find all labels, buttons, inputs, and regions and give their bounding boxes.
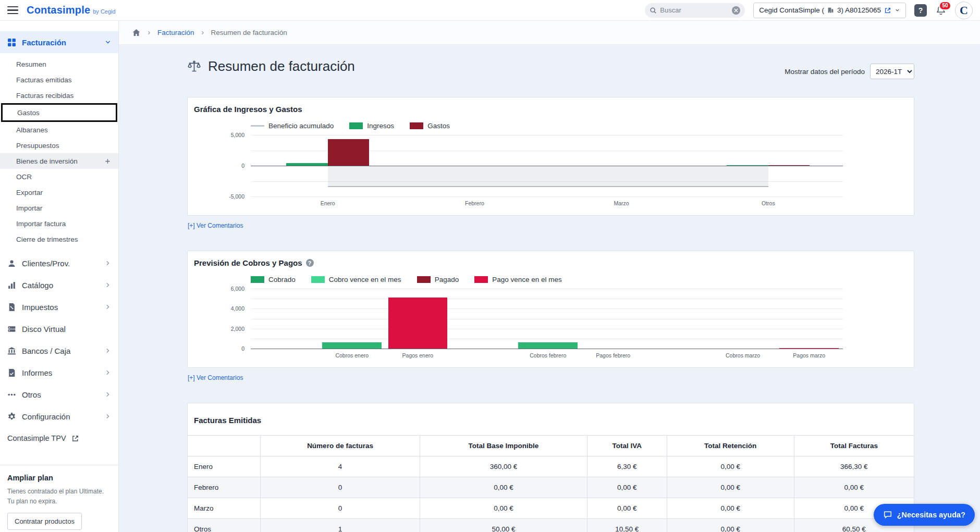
table-cell: 0 bbox=[260, 498, 420, 519]
search-icon bbox=[650, 7, 657, 14]
sidebar-item-facturacion[interactable]: Facturación bbox=[0, 31, 118, 53]
pago-vence-en-el-mes-bar-pagos-enero bbox=[388, 298, 448, 349]
cobro-vence-en-el-mes-bar-cobros-febrero bbox=[518, 342, 578, 349]
table-cell: 0,00 € bbox=[667, 498, 794, 519]
sidebar-item-clientes-prov[interactable]: Clientes/Prov. bbox=[0, 252, 118, 274]
sidebar-item-otros[interactable]: Otros bbox=[0, 383, 118, 405]
help-icon[interactable]: ? bbox=[914, 4, 927, 17]
ingresos-gastos-chart: 5,0000-5,000EneroFebreroMarzoOtros bbox=[194, 135, 908, 211]
plan-box: Ampliar plan Tienes contratado el plan U… bbox=[0, 465, 118, 532]
legend-item: Cobro vence en el mes bbox=[311, 276, 401, 283]
table-cell: 360,00 € bbox=[420, 456, 587, 477]
search-box[interactable] bbox=[645, 3, 745, 18]
sidebar-item-label: Otros bbox=[22, 390, 41, 399]
home-icon[interactable] bbox=[132, 28, 141, 37]
logo-text: Contasimple bbox=[27, 4, 90, 16]
cobro-vence-en-el-mes-bar-cobros-enero bbox=[322, 342, 382, 349]
company-selector[interactable]: Cegid ContaSimple ( 3) A80125065 bbox=[753, 3, 906, 18]
cobros-pagos-card: Previsión de Cobros y Pagos CobradoCobro… bbox=[187, 251, 914, 368]
sidebar-item-cierre-de-trimestres[interactable]: Cierre de trimestres bbox=[0, 231, 118, 247]
gridline bbox=[251, 308, 843, 309]
sidebar-item-presupuestos[interactable]: Presupuestos bbox=[0, 138, 118, 153]
x-axis-label: Marzo bbox=[614, 200, 629, 206]
sidebar-item-gastos[interactable]: Gastos bbox=[1, 103, 117, 122]
chevron-right-icon bbox=[105, 260, 111, 266]
column-header: Número de facturas bbox=[260, 436, 420, 456]
legend-item: Pago vence en el mes bbox=[474, 276, 562, 283]
sidebar-item-resumen[interactable]: Resumen bbox=[0, 56, 118, 72]
sidebar-item-configuracion[interactable]: Configuración bbox=[0, 405, 118, 427]
breadcrumb-facturacion[interactable]: Facturación bbox=[157, 29, 194, 36]
sidebar-item-bienes-de-inversion[interactable]: Bienes de inversión bbox=[0, 153, 118, 169]
chevron-right-icon bbox=[105, 391, 111, 398]
ver-comentarios-link[interactable]: [+] Ver Comentarios bbox=[188, 374, 243, 381]
chevron-right-icon bbox=[200, 30, 205, 35]
sidebar-item-label: Facturación bbox=[22, 38, 66, 47]
sidebar-item-ocr[interactable]: OCR bbox=[0, 169, 118, 184]
pago-vence-en-el-mes-bar-pagos-marzo bbox=[779, 348, 839, 349]
legend-item: Cobrado bbox=[251, 276, 296, 283]
avatar[interactable]: C bbox=[955, 2, 973, 19]
table-row: Otros150,00 €10,50 €0,00 €60,50 € bbox=[188, 519, 914, 532]
legend-item: Ingresos bbox=[349, 122, 394, 130]
breadcrumb-current: Resumen de facturación bbox=[211, 29, 287, 36]
ingresos-gastos-card: Gráfica de Ingresos y Gastos Beneficio a… bbox=[187, 97, 914, 216]
gear-icon bbox=[7, 412, 16, 421]
table-cell: 6,30 € bbox=[587, 456, 667, 477]
table-cell: 1 bbox=[260, 519, 420, 532]
main-content: Facturación Resumen de facturación Resum… bbox=[119, 21, 980, 532]
logo-suffix: by Cegid bbox=[93, 8, 115, 15]
plot-area: EneroFebreroMarzoOtros bbox=[251, 135, 843, 196]
sidebar-item-bancos-caja[interactable]: Bancos / Caja bbox=[0, 340, 118, 362]
contratar-productos-button[interactable]: Contratar productos bbox=[7, 513, 82, 530]
sidebar-item-catalogo[interactable]: Catálogo bbox=[0, 274, 118, 296]
sidebar-item-importar[interactable]: Importar bbox=[0, 200, 118, 216]
sidebar-item-facturas-recibidas[interactable]: Facturas recibidas bbox=[0, 88, 118, 103]
sidebar-item-label: Bancos / Caja bbox=[22, 347, 70, 355]
sidebar-item-contasimple-tpv[interactable]: Contasimple TPV bbox=[0, 427, 118, 449]
plus-icon[interactable] bbox=[104, 157, 112, 165]
period-select[interactable]: 2026-1T bbox=[870, 64, 914, 79]
gridline bbox=[251, 289, 843, 289]
hamburger-menu-icon[interactable] bbox=[7, 6, 18, 15]
chevron-right-icon bbox=[105, 413, 111, 419]
page-title: Resumen de facturación bbox=[208, 58, 355, 75]
gridline bbox=[251, 339, 843, 339]
chat-icon bbox=[883, 510, 892, 519]
notifications-button[interactable]: 50 bbox=[935, 5, 947, 16]
table-row: Febrero00,00 €0,00 €0,00 €0,00 € bbox=[188, 477, 914, 498]
content-area: Resumen de facturación Mostrar datos del… bbox=[119, 45, 980, 532]
table-cell: 0,00 € bbox=[794, 477, 914, 498]
chevron-right-icon bbox=[105, 369, 111, 376]
x-axis-label: Cobros enero bbox=[335, 352, 369, 358]
sidebar-item-impuestos[interactable]: Impuestos bbox=[0, 296, 118, 318]
table-cell: 0,00 € bbox=[667, 456, 794, 477]
app-logo[interactable]: Contasimple by Cegid bbox=[27, 4, 116, 16]
sidebar-item-importar-factura[interactable]: Importar factura bbox=[0, 216, 118, 231]
x-axis-label: Febrero bbox=[465, 200, 484, 206]
sidebar-item-informes[interactable]: Informes bbox=[0, 362, 118, 383]
topbar: Contasimple by Cegid Cegid ContaSimple (… bbox=[0, 0, 980, 21]
sidebar-item-label: Disco Virtual bbox=[22, 325, 66, 333]
table-cell: Enero bbox=[188, 456, 260, 477]
ingresos-bar-otros bbox=[727, 165, 768, 166]
clear-search-icon[interactable] bbox=[732, 6, 740, 15]
x-axis-label: Enero bbox=[321, 200, 335, 206]
table-body: Enero4360,00 €6,30 €0,00 €366,30 €Febrer… bbox=[188, 456, 914, 532]
y-axis-label: -5,000 bbox=[229, 193, 244, 200]
sidebar-item-exportar[interactable]: Exportar bbox=[0, 184, 118, 200]
reports-icon bbox=[7, 368, 16, 377]
chevron-right-icon bbox=[105, 348, 111, 354]
company-id: 3) A80125065 bbox=[837, 6, 881, 14]
cobros-pagos-chart: 6,0004,0002,0000Cobros eneroPagos eneroC… bbox=[194, 289, 908, 363]
gridline bbox=[251, 196, 843, 197]
ver-comentarios-link[interactable]: [+] Ver Comentarios bbox=[188, 222, 243, 229]
help-tooltip-icon[interactable] bbox=[306, 259, 314, 267]
sidebar-item-albaranes[interactable]: Albaranes bbox=[0, 122, 118, 138]
scales-icon bbox=[187, 59, 201, 73]
legend-item: Pagado bbox=[417, 276, 459, 283]
sidebar-item-facturas-emitidas[interactable]: Facturas emitidas bbox=[0, 72, 118, 88]
search-input[interactable] bbox=[660, 6, 729, 14]
sidebar-item-disco-virtual[interactable]: Disco Virtual bbox=[0, 318, 118, 340]
necesitas-ayuda-button[interactable]: ¿Necesitas ayuda? bbox=[874, 504, 975, 526]
